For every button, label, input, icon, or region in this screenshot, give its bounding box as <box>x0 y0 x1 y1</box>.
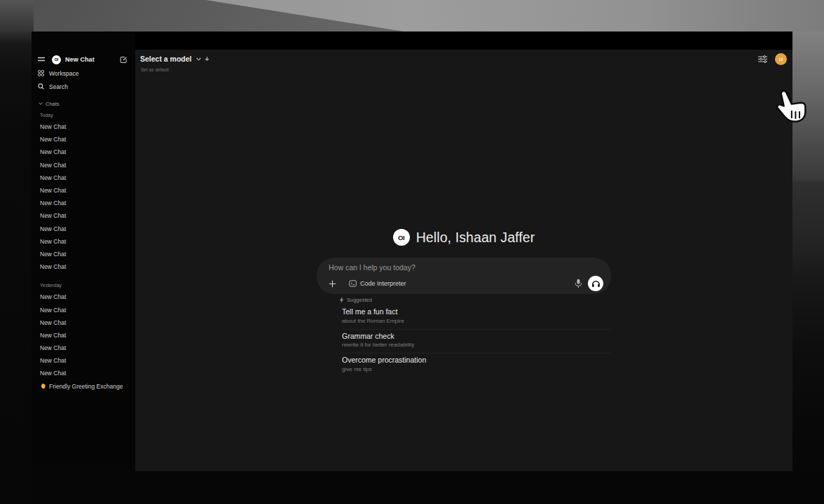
chats-section-toggle[interactable]: Chats <box>32 98 135 109</box>
wallpaper-diagonal-shape <box>0 0 824 31</box>
chat-list-item[interactable]: New Chat <box>32 120 135 133</box>
wallpaper-top <box>0 0 824 31</box>
wallpaper-left <box>0 31 32 504</box>
chat-list-item[interactable]: New Chat <box>32 172 135 184</box>
pinned-chat-label: Friendly Greeting Exchange <box>49 383 123 390</box>
chat-list: TodayNew ChatNew ChatNew ChatNew ChatNew… <box>32 109 135 380</box>
suggested-header: Suggested <box>339 297 372 303</box>
add-model-icon[interactable]: + <box>205 55 210 63</box>
suggestion-item[interactable]: Tell me a fun fact about the Roman Empir… <box>342 305 611 330</box>
bolt-icon <box>339 297 344 303</box>
model-chevron-down-icon[interactable] <box>196 57 201 61</box>
controls-sliders-icon[interactable] <box>758 55 767 63</box>
attach-plus-icon[interactable] <box>327 278 338 289</box>
app-logo: OI <box>52 55 61 64</box>
wallpaper-right <box>792 31 824 504</box>
app-logo-large: OI <box>393 229 410 246</box>
suggestion-title: Tell me a fun fact <box>342 307 611 316</box>
code-interpreter-toggle[interactable]: Code Interpreter <box>345 277 411 290</box>
model-selector[interactable]: Select a model <box>140 55 192 63</box>
chat-list-item[interactable]: New Chat <box>32 367 135 379</box>
suggestion-title: Grammar check <box>342 332 611 340</box>
suggestion-item[interactable]: Overcome procrastination give me tips <box>342 354 611 377</box>
chat-list-item[interactable]: New Chat <box>32 209 135 222</box>
chat-list-item[interactable]: New Chat <box>32 146 135 158</box>
search-icon <box>38 83 44 90</box>
chat-list-item[interactable]: New Chat <box>32 184 135 197</box>
suggestion-subtitle: about the Roman Empire <box>342 318 611 324</box>
greeting-text: Hello, Ishaan Jaffer <box>416 230 535 246</box>
chat-date-label: Today <box>32 109 135 120</box>
window-top-bar <box>32 31 792 50</box>
code-interpreter-label: Code Interpreter <box>360 280 406 287</box>
greeting-row: OI Hello, Ishaan Jaffer <box>317 229 611 246</box>
chat-list-item[interactable]: New Chat <box>32 223 135 235</box>
sidebar-item-search[interactable]: Search <box>32 80 135 93</box>
chat-list-item[interactable]: New Chat <box>32 260 135 273</box>
chat-list-item[interactable]: New Chat <box>32 133 135 146</box>
chat-list-item[interactable]: New Chat <box>32 197 135 209</box>
chat-list-item[interactable]: New Chat <box>32 248 135 260</box>
chat-list-item[interactable]: New Chat <box>32 329 135 342</box>
suggestion-title: Overcome procrastination <box>342 356 611 364</box>
wallpaper-left-corner-shade <box>0 0 34 31</box>
suggestions-list: Tell me a fun fact about the Roman Empir… <box>342 305 611 377</box>
app-window: OI New Chat Workspace <box>32 31 792 471</box>
suggestion-item[interactable]: Grammar check rewrite it for better read… <box>342 330 611 354</box>
grid-icon <box>38 70 44 76</box>
set-default-label: Set as default <box>141 67 169 72</box>
main-area: Select a model + Set as default IJ OI He… <box>135 50 792 471</box>
chats-label: Chats <box>46 101 60 107</box>
wave-hand-icon <box>40 383 46 389</box>
sidebar-item-pinned-chat[interactable]: Friendly Greeting Exchange <box>32 380 135 393</box>
message-input-card: Code Interpreter <box>317 258 611 294</box>
microphone-icon[interactable] <box>573 278 583 288</box>
chat-list-item[interactable]: New Chat <box>32 342 135 354</box>
search-label: Search <box>49 83 68 90</box>
user-avatar[interactable]: IJ <box>775 53 787 65</box>
sidebar: OI New Chat Workspace <box>32 31 135 471</box>
chat-list-item[interactable]: New Chat <box>32 303 135 316</box>
voice-call-button[interactable] <box>588 276 603 291</box>
sidebar-item-workspace[interactable]: Workspace <box>32 66 135 80</box>
sidebar-title: New Chat <box>65 56 95 63</box>
chat-list-item[interactable]: New Chat <box>32 354 135 367</box>
message-input[interactable] <box>329 263 599 276</box>
chat-list-item[interactable]: New Chat <box>32 235 135 248</box>
sidebar-header: OI New Chat <box>32 52 135 66</box>
new-chat-icon[interactable] <box>120 56 128 64</box>
chat-list-item[interactable]: New Chat <box>32 290 135 303</box>
suggested-label: Suggested <box>347 297 372 303</box>
suggestion-subtitle: give me tips <box>342 366 611 372</box>
chat-list-item[interactable]: New Chat <box>32 159 135 172</box>
workspace-label: Workspace <box>49 70 78 77</box>
headphones-icon <box>591 279 600 288</box>
suggestion-subtitle: rewrite it for better readability <box>342 342 611 348</box>
wallpaper-bottom <box>32 471 792 504</box>
sidebar-toggle-icon[interactable] <box>38 57 45 62</box>
terminal-icon <box>349 280 357 287</box>
chat-list-item[interactable]: New Chat <box>32 316 135 329</box>
chat-date-label: Yesterday <box>32 279 135 290</box>
chevron-down-icon <box>39 102 43 105</box>
